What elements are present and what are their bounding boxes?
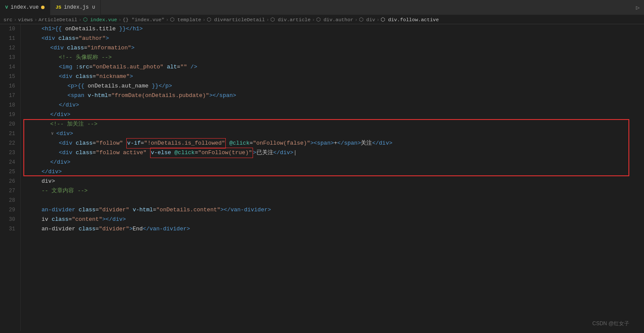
tab-vue-label: index.vue [11, 4, 39, 10]
code-line-11: <div class="author"> [24, 34, 638, 43]
ln-26: 26 [3, 177, 15, 186]
bc-json: {} "index.vue" [123, 17, 165, 23]
tab-index-vue[interactable]: V index.vue [0, 0, 50, 15]
code-line-13: <!-- 头像昵称 --> [24, 53, 638, 62]
code-line-26: div> [24, 177, 638, 186]
tab-index-js[interactable]: JS index.js U [50, 0, 100, 15]
code-line-16: <p>{{ onDetails.aut_name }}</p> [24, 81, 638, 91]
breadcrumb: src › views › ArticleDetail › ⬡ index.vu… [0, 15, 644, 24]
ln-28: 28 [3, 196, 15, 205]
ln-12: 12 [3, 43, 15, 53]
code-line-15: <div class="nickname"> [24, 72, 638, 81]
ln-22: 22 [3, 139, 15, 148]
bc-div-follow-active: ⬡ div.follow.active [381, 16, 439, 23]
line-numbers: 10 11 12 13 14 15 16 17 18 19 20 21 22 2… [0, 24, 21, 331]
bc-views: views [18, 17, 33, 23]
code-line-25: </div> [24, 167, 638, 177]
ln-18: 18 [3, 100, 15, 110]
code-line-21: ∨<div> [24, 129, 638, 139]
code-line-12: <div class="information"> [24, 43, 638, 53]
inline-box-v-else: v-else @click="onFollow(true)" [150, 148, 253, 158]
ln-15: 15 [3, 72, 15, 81]
code-line-28 [24, 196, 638, 205]
code-line-24: </div> [24, 158, 638, 167]
ln-23: 23 [3, 148, 15, 158]
bc-div: ⬡ div [359, 16, 375, 23]
ln-17: 17 [3, 91, 15, 100]
vue-icon: V [5, 5, 8, 10]
ln-10: 10 [3, 24, 15, 34]
code-line-31: an-divider class="divider">End</van-divi… [24, 224, 638, 234]
bc-div-author: ⬡ div.author [316, 16, 353, 23]
ln-24: 24 [3, 158, 15, 167]
inline-box-v-if: v-if="!onDetails.is_followed" [126, 138, 226, 149]
ln-29: 29 [3, 205, 15, 215]
collapse-arrow-21[interactable]: ∨ [51, 129, 54, 139]
bc-src: src [3, 17, 13, 23]
code-line-18: </div> [24, 100, 638, 110]
ln-25: 25 [3, 167, 15, 177]
bc-template: ⬡ template [170, 16, 201, 23]
ln-27: 27 [3, 186, 15, 196]
ln-13: 13 [3, 53, 15, 62]
bc-div-article: ⬡ div.article [270, 16, 311, 23]
ln-16: 16 [3, 81, 15, 91]
ln-11: 11 [3, 34, 15, 43]
tab-js-unsaved: U [92, 5, 95, 10]
ln-21: 21 [3, 129, 15, 139]
code-line-29: an-divider class="divider" v-html="onDet… [24, 205, 638, 215]
code-line-20: <!-- 加关注 --> [24, 120, 638, 129]
code-content[interactable]: <h1>{{ onDetails.title }}</h1> <div clas… [21, 24, 638, 331]
code-line-17: <span v-html="fromDate(onDetails.pubdate… [24, 91, 638, 100]
js-icon: JS [55, 5, 61, 10]
watermark: CSDN @红女子 [592, 320, 629, 327]
tab-bar: V index.vue JS index.js U ▷ [0, 0, 644, 15]
code-line-19: </div> [24, 110, 638, 120]
code-area: 10 11 12 13 14 15 16 17 18 19 20 21 22 2… [0, 24, 644, 331]
tab-modified-dot [41, 6, 45, 9]
scrollbar[interactable] [638, 24, 644, 331]
ln-14: 14 [3, 62, 15, 72]
code-line-14: <img :src="onDetails.aut_photo" alt="" /… [24, 62, 638, 72]
bc-articledetail: ArticleDetail [38, 17, 77, 23]
code-line-27: -- 文章内容 --> [24, 186, 638, 196]
ln-31: 31 [3, 224, 15, 234]
tab-js-label: index.js [64, 4, 89, 10]
ln-30: 30 [3, 215, 15, 224]
bc-index-vue: ⬡ index.vue [83, 16, 117, 23]
bc-div-articledetail: ⬡ div#articleDetail [207, 16, 265, 23]
ln-20: 20 [3, 120, 15, 129]
code-line-22: <div class="follow" v-if="!onDetails.is_… [24, 139, 638, 148]
code-line-10: <h1>{{ onDetails.title }}</h1> [24, 24, 638, 34]
ln-19: 19 [3, 110, 15, 120]
expand-button[interactable]: ▷ [632, 4, 644, 11]
code-line-23: <div class="follow active" v-else @click… [24, 148, 638, 158]
code-line-30: iv class="content"></div> [24, 215, 638, 224]
